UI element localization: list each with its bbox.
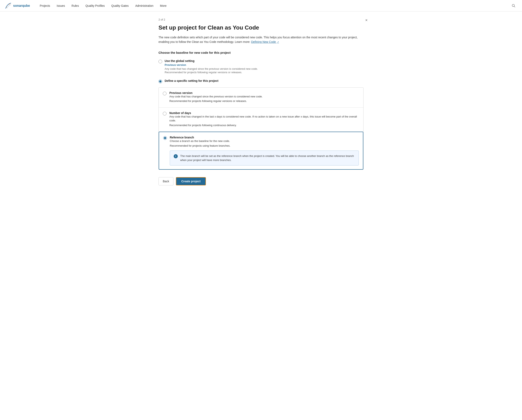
info-icon: i	[174, 154, 178, 158]
global-setting-subtitle: Previous version	[165, 63, 258, 66]
nav-item-quality-gates[interactable]: Quality Gates	[108, 0, 132, 11]
global-setting-desc2: Recommended for projects following regul…	[165, 71, 258, 74]
reference-branch-desc1: Choose a branch as the baseline for the …	[170, 139, 359, 143]
info-text: The main branch will be set as the refer…	[180, 154, 355, 162]
previous-version-radio[interactable]	[163, 92, 167, 95]
nav-item-quality-profiles[interactable]: Quality Profiles	[82, 0, 108, 11]
sonarqube-logo[interactable]: sonarqube	[5, 2, 30, 9]
previous-version-body: Previous version Any code that has chang…	[169, 91, 359, 104]
create-project-button[interactable]: Create project	[176, 177, 206, 185]
main-container: × 2 of 2 Set up project for Clean as You…	[150, 11, 372, 198]
reference-branch-radio[interactable]	[163, 136, 167, 140]
back-button[interactable]: Back	[159, 177, 173, 185]
section-title: Choose the baseline for new code for thi…	[159, 51, 363, 54]
footer-buttons: Back Create project	[159, 177, 363, 185]
number-of-days-desc2: Recommended for projects following conti…	[169, 123, 359, 127]
close-button[interactable]: ×	[365, 18, 368, 22]
nav-item-rules[interactable]: Rules	[68, 0, 82, 11]
nav-item-projects[interactable]: Projects	[37, 0, 54, 11]
specific-setting-section: Define a specific setting for this proje…	[159, 79, 363, 170]
step-indicator: 2 of 2	[159, 18, 363, 21]
number-of-days-body: Number of days Any code that has changed…	[169, 111, 359, 128]
number-of-days-title[interactable]: Number of days	[169, 111, 191, 115]
specific-setting-radio[interactable]	[159, 80, 162, 83]
learn-more-link[interactable]: Defining New Code ↗	[251, 40, 279, 43]
nav-item-issues[interactable]: Issues	[53, 0, 68, 11]
description-text: The new code definition sets which part …	[159, 35, 359, 44]
previous-version-desc1: Any code that has changed since the prev…	[169, 94, 359, 99]
search-icon[interactable]	[510, 4, 517, 8]
option-cards-wrapper: Previous version Any code that has chang…	[159, 87, 363, 170]
reference-branch-desc2: Recommended for projects using feature b…	[170, 144, 359, 148]
svg-line-1	[514, 6, 515, 7]
global-setting-option: Use the global setting Previous version …	[159, 59, 363, 74]
reference-branch-body: Reference branch Choose a branch as the …	[170, 136, 359, 165]
navbar: sonarqube Projects Issues Rules Quality …	[0, 0, 522, 11]
info-box: i The main branch will be set as the ref…	[170, 150, 359, 165]
nav-items: Projects Issues Rules Quality Profiles Q…	[37, 0, 170, 11]
previous-version-card: Previous version Any code that has chang…	[159, 88, 363, 108]
previous-version-title[interactable]: Previous version	[169, 91, 192, 94]
number-of-days-desc1: Any code that has changed in the last x …	[169, 115, 359, 123]
number-of-days-radio[interactable]	[163, 112, 167, 116]
reference-branch-title[interactable]: Reference branch	[170, 136, 194, 139]
page-title: Set up project for Clean as You Code	[159, 24, 363, 31]
nav-item-more[interactable]: More	[157, 0, 170, 11]
specific-setting-option: Define a specific setting for this proje…	[159, 79, 363, 83]
global-setting-radio[interactable]	[159, 60, 162, 63]
nav-item-administration[interactable]: Administration	[132, 0, 157, 11]
reference-branch-card: Reference branch Choose a branch as the …	[159, 132, 363, 170]
number-of-days-card: Number of days Any code that has changed…	[159, 108, 363, 132]
specific-setting-label[interactable]: Define a specific setting for this proje…	[165, 79, 218, 82]
logo-text: sonarqube	[13, 4, 30, 8]
global-setting-label[interactable]: Use the global setting	[165, 59, 258, 62]
external-link-icon: ↗	[277, 41, 279, 43]
global-setting-desc1: Any code that has changed since the prev…	[165, 67, 258, 70]
previous-version-desc2: Recommended for projects following regul…	[169, 99, 359, 103]
